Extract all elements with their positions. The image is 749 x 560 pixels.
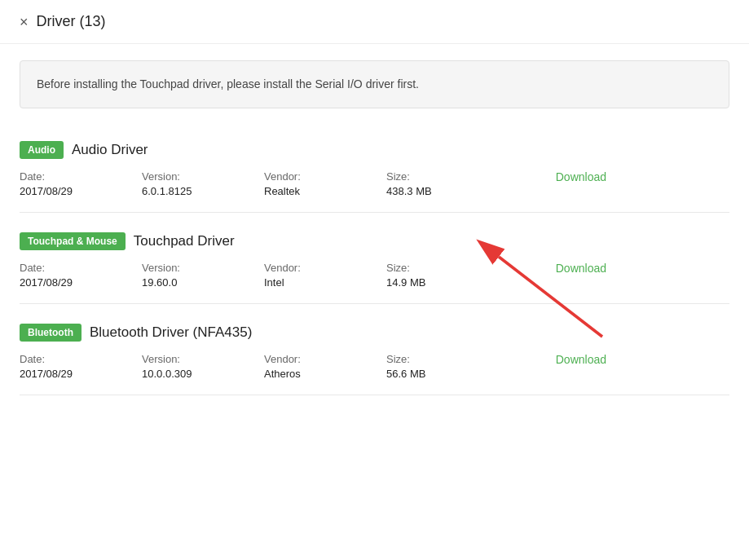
vendor-label-bluetooth: Vendor: — [264, 353, 378, 365]
driver-meta-bluetooth: Date: 2017/08/29 Version: 10.0.0.309 Ven… — [20, 353, 729, 395]
close-button[interactable]: × — [20, 15, 29, 29]
badge-bluetooth: Bluetooth — [20, 324, 82, 342]
size-label-touchpad: Size: — [386, 262, 500, 274]
driver-name-audio: Audio Driver — [72, 142, 148, 158]
driver-meta-audio: Date: 2017/08/29 Version: 6.0.1.8125 Ven… — [20, 170, 729, 213]
driver-name-touchpad: Touchpad Driver — [134, 233, 235, 249]
size-label-bluetooth: Size: — [386, 353, 500, 365]
meta-size-bluetooth: Size: 56.6 MB — [386, 353, 500, 380]
vendor-value-bluetooth: Atheros — [264, 368, 378, 380]
version-label-touchpad: Version: — [142, 262, 256, 274]
notice-box: Before installing the Touchpad driver, p… — [20, 60, 729, 108]
driver-name-bluetooth: Bluetooth Driver (NFA435) — [90, 324, 252, 341]
meta-size-audio: Size: 438.3 MB — [386, 170, 500, 197]
page-header: × Driver (13) — [0, 0, 749, 44]
vendor-value-audio: Realtek — [264, 185, 378, 197]
meta-vendor-audio: Vendor: Realtek — [264, 170, 378, 197]
driver-section-audio: Audio Audio Driver Date: 2017/08/29 Vers… — [20, 125, 729, 213]
download-link-bluetooth[interactable]: Download — [556, 353, 606, 366]
driver-section-touchpad: Touchpad & Mouse Touchpad Driver Date: 2… — [20, 216, 729, 304]
driver-header-bluetooth: Bluetooth Bluetooth Driver (NFA435) — [20, 324, 729, 342]
download-cell-audio: Download — [509, 170, 606, 183]
meta-version-bluetooth: Version: 10.0.0.309 — [142, 353, 256, 380]
driver-header-touchpad: Touchpad & Mouse Touchpad Driver — [20, 232, 729, 250]
size-value-bluetooth: 56.6 MB — [386, 368, 500, 380]
notice-text: Before installing the Touchpad driver, p… — [37, 77, 419, 90]
vendor-value-touchpad: Intel — [264, 276, 378, 289]
meta-vendor-touchpad: Vendor: Intel — [264, 262, 378, 289]
download-link-touchpad[interactable]: Download — [556, 262, 606, 275]
date-label-touchpad: Date: — [20, 262, 134, 274]
download-cell-touchpad: Download — [509, 262, 606, 275]
meta-version-audio: Version: 6.0.1.8125 — [142, 170, 256, 197]
date-value-touchpad: 2017/08/29 — [20, 276, 134, 289]
meta-date-bluetooth: Date: 2017/08/29 — [20, 353, 134, 380]
meta-size-touchpad: Size: 14.9 MB — [386, 262, 500, 289]
version-value-bluetooth: 10.0.0.309 — [142, 368, 256, 380]
version-label-bluetooth: Version: — [142, 353, 256, 365]
meta-date-touchpad: Date: 2017/08/29 — [20, 262, 134, 289]
drivers-container: Audio Audio Driver Date: 2017/08/29 Vers… — [0, 125, 749, 395]
size-label-audio: Size: — [386, 170, 500, 183]
version-value-audio: 6.0.1.8125 — [142, 185, 256, 197]
page-title: Driver (13) — [37, 13, 106, 30]
date-value-audio: 2017/08/29 — [20, 185, 134, 197]
size-value-touchpad: 14.9 MB — [386, 276, 500, 289]
driver-header-audio: Audio Audio Driver — [20, 141, 729, 159]
size-value-audio: 438.3 MB — [386, 185, 500, 197]
vendor-label-audio: Vendor: — [264, 170, 378, 183]
meta-version-touchpad: Version: 19.60.0 — [142, 262, 256, 289]
meta-vendor-bluetooth: Vendor: Atheros — [264, 353, 378, 380]
badge-touchpad: Touchpad & Mouse — [20, 232, 126, 250]
download-cell-bluetooth: Download — [509, 353, 606, 366]
date-value-bluetooth: 2017/08/29 — [20, 368, 134, 380]
meta-date-audio: Date: 2017/08/29 — [20, 170, 134, 197]
download-link-audio[interactable]: Download — [556, 170, 606, 183]
driver-meta-touchpad: Date: 2017/08/29 Version: 19.60.0 Vendor… — [20, 262, 729, 304]
badge-audio: Audio — [20, 141, 64, 159]
version-label-audio: Version: — [142, 170, 256, 183]
date-label-audio: Date: — [20, 170, 134, 183]
vendor-label-touchpad: Vendor: — [264, 262, 378, 274]
version-value-touchpad: 19.60.0 — [142, 276, 256, 289]
date-label-bluetooth: Date: — [20, 353, 134, 365]
driver-section-bluetooth: Bluetooth Bluetooth Driver (NFA435) Date… — [20, 307, 729, 395]
